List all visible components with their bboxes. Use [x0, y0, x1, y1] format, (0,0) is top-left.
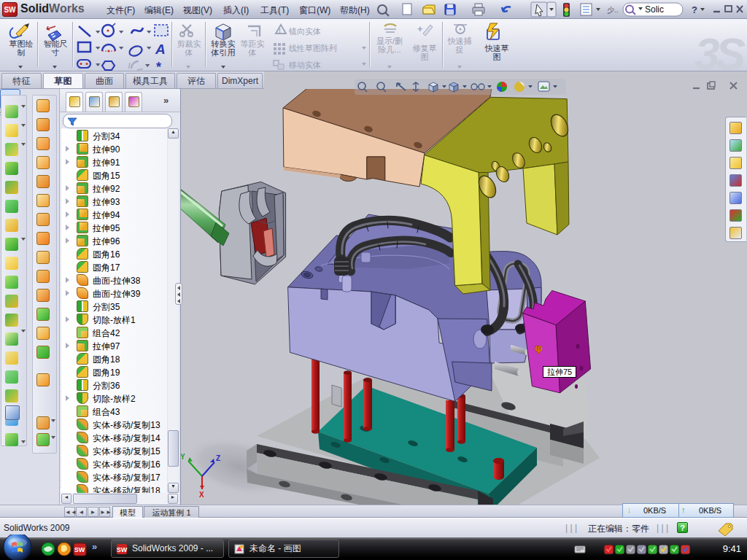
svg-text:A: A — [155, 42, 166, 57]
svg-text:!: ! — [279, 27, 281, 34]
svg-text:Solic: Solic — [645, 4, 664, 15]
svg-text:*: * — [156, 60, 161, 71]
svg-text:SW: SW — [74, 546, 85, 553]
svg-text:φ: φ — [535, 341, 543, 354]
svg-text:+: + — [417, 23, 423, 34]
svg-text:?: ? — [692, 4, 697, 15]
svg-text:少..: 少.. — [607, 6, 619, 14]
svg-text:Y: Y — [180, 453, 185, 461]
svg-text:»: » — [92, 541, 97, 552]
svg-text:Z: Z — [216, 454, 220, 462]
svg-text:SW: SW — [117, 546, 128, 553]
svg-text:X: X — [199, 491, 204, 499]
